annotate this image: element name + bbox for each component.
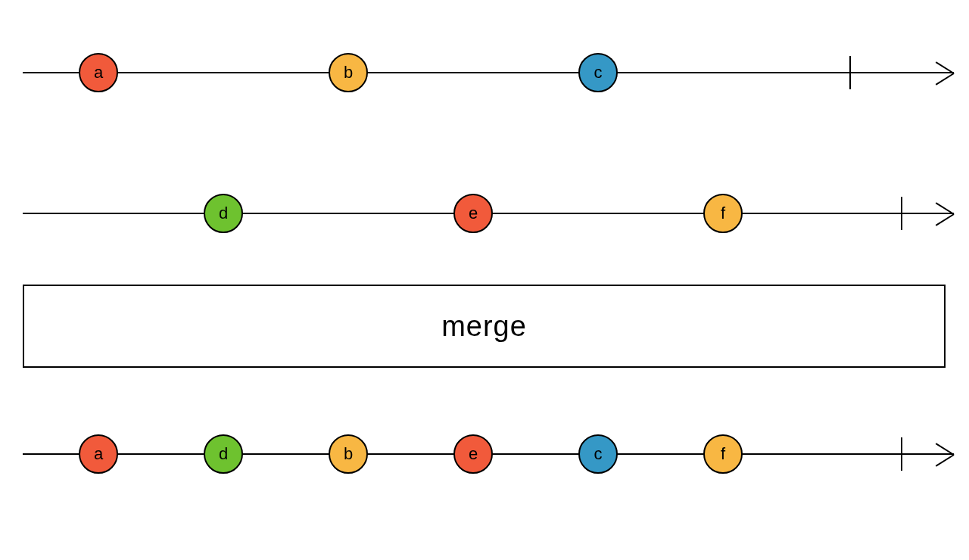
complete-marker xyxy=(901,437,902,471)
timeline-line xyxy=(23,72,954,73)
complete-marker xyxy=(901,197,902,230)
marble-f: f xyxy=(703,194,743,233)
operator-box: merge xyxy=(23,285,946,368)
marble-e: e xyxy=(453,194,493,233)
operator-label: merge xyxy=(441,310,527,343)
marble-d: d xyxy=(204,434,243,474)
marble-diagram: a b c d e f merge a d b e c f xyxy=(0,0,969,560)
marble-f: f xyxy=(703,434,743,474)
marble-a: a xyxy=(79,434,118,474)
marble-e: e xyxy=(453,434,493,474)
marble-c: c xyxy=(578,434,618,474)
marble-c: c xyxy=(578,53,618,92)
marble-a: a xyxy=(79,53,118,92)
complete-marker xyxy=(849,56,851,89)
marble-b: b xyxy=(329,53,368,92)
marble-d: d xyxy=(204,194,243,233)
marble-b: b xyxy=(329,434,368,474)
